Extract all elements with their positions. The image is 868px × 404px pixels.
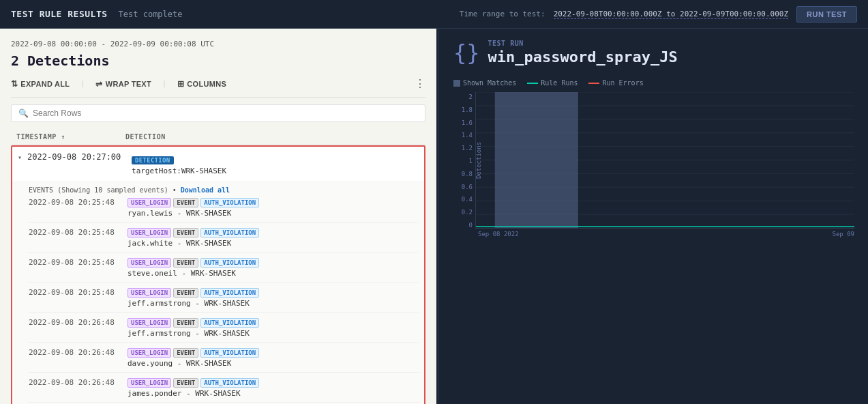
user-login-badge: USER_LOGIN — [128, 348, 171, 358]
legend-run-errors: Run Errors — [588, 79, 643, 87]
more-options-icon[interactable]: ⋮ — [415, 77, 425, 90]
auth-violation-badge: AUTH_VIOLATION — [200, 318, 259, 328]
legend-line-teal-icon — [527, 83, 538, 84]
event-timestamp: 2022-09-08 20:25:48 — [29, 288, 121, 297]
run-test-button[interactable]: RUN TEST — [796, 6, 857, 23]
auth-violation-badge: AUTH_VIOLATION — [200, 348, 259, 358]
event-badges: USER_LOGINEVENTAUTH_VIOLATION — [128, 288, 419, 298]
detections-count: 2 Detections — [11, 53, 425, 69]
table-header: TIMESTAMP ↑ DETECTION — [11, 129, 425, 145]
page-title: TEST RULE RESULTS — [11, 9, 108, 19]
search-input[interactable] — [33, 109, 418, 118]
event-badge: EVENT — [173, 318, 198, 328]
event-description: jeff.armstrong - WRK-SHASEK — [128, 329, 419, 338]
test-run-label: TEST RUN — [488, 40, 678, 47]
chart-plot-area: Detections — [475, 92, 854, 229]
event-content: USER_LOGINEVENTAUTH_VIOLATIONjeff.armstr… — [128, 288, 419, 308]
columns-button[interactable]: ⊞ COLUMNS — [177, 79, 226, 89]
y-axis-label: Detections — [475, 142, 482, 179]
chart-bar — [495, 92, 578, 228]
y-tick-0-2: 0.2 — [462, 209, 473, 216]
user-login-badge: USER_LOGIN — [128, 318, 171, 328]
event-timestamp: 2022-09-08 20:25:48 — [29, 198, 121, 207]
user-login-badge: USER_LOGIN — [128, 198, 171, 207]
x-label-start: Sep 08 2022 — [478, 231, 519, 237]
top-bar-right: Time range to test: 2022-09-08T00:00:00.… — [460, 6, 857, 23]
y-tick-0-4: 0.4 — [462, 196, 473, 203]
event-badges: USER_LOGINEVENTAUTH_VIOLATION — [128, 198, 419, 207]
event-content: USER_LOGINEVENTAUTH_VIOLATIONsteve.oneil… — [128, 258, 419, 278]
chevron-down-icon[interactable]: ▾ — [18, 154, 22, 161]
event-badges: USER_LOGINEVENTAUTH_VIOLATION — [128, 318, 419, 328]
event-row: 2022-09-08 20:25:48USER_LOGINEVENTAUTH_V… — [29, 258, 419, 283]
event-timestamp: 2022-09-08 20:25:48 — [29, 258, 121, 267]
events-section: EVENTS (Showing 10 sampled events) • Dow… — [12, 181, 424, 404]
legend-rule-runs-label: Rule Runs — [541, 79, 578, 87]
event-description: jack.white - WRK-SHASEK — [128, 239, 419, 248]
chart-container: Shown Matches Rule Runs Run Errors 2 1.8… — [453, 79, 854, 393]
event-timestamp: 2022-09-08 20:26:48 — [29, 348, 121, 357]
chart-legend: Shown Matches Rule Runs Run Errors — [453, 79, 854, 87]
event-badge: EVENT — [173, 258, 198, 268]
events-header: EVENTS (Showing 10 sampled events) • Dow… — [29, 186, 419, 194]
y-tick-1-4: 1.4 — [462, 132, 473, 139]
time-range-value: 2022-09-08T00:00:00.000Z to 2022-09-09T0… — [554, 10, 788, 19]
user-login-badge: USER_LOGIN — [128, 258, 171, 268]
event-content: USER_LOGINEVENTAUTH_VIOLATIONryan.lewis … — [128, 198, 419, 218]
event-badge: EVENT — [173, 228, 198, 237]
y-tick-0-6: 0.6 — [462, 184, 473, 190]
test-run-header: {} TEST RUN win_password_spray_JS — [453, 40, 854, 66]
wrap-icon: ⇌ — [95, 79, 102, 89]
wrap-text-button[interactable]: ⇌ WRAP TEXT — [95, 79, 151, 89]
user-login-badge: USER_LOGIN — [128, 378, 171, 388]
y-tick-1-6: 1.6 — [462, 119, 473, 126]
chart-with-axis: 2 1.8 1.6 1.4 1.2 1 0.8 0.6 0.4 0.2 0 De… — [453, 92, 854, 229]
toolbar-sep-2: | — [162, 80, 166, 87]
expand-all-button[interactable]: ⇅ EXPAND ALL — [11, 79, 70, 89]
event-badge: EVENT — [173, 198, 198, 207]
legend-run-errors-label: Run Errors — [602, 79, 643, 87]
events-header-text: EVENTS (Showing 10 sampled events) • — [29, 186, 177, 194]
event-row: 2022-09-08 20:26:48USER_LOGINEVENTAUTH_V… — [29, 348, 419, 373]
auth-violation-badge: AUTH_VIOLATION — [200, 198, 259, 207]
toolbar-sep-1: | — [80, 80, 85, 87]
y-tick-1-8: 1.8 — [462, 106, 473, 113]
auth-violation-badge: AUTH_VIOLATION — [200, 228, 259, 237]
event-description: james.ponder - WRK-SHASEK — [128, 389, 419, 398]
x-axis-labels: Sep 08 2022 Sep 09 — [478, 231, 854, 237]
legend-shown-matches-label: Shown Matches — [463, 79, 516, 87]
columns-label: COLUMNS — [187, 80, 226, 88]
col-detection-header: DETECTION — [125, 133, 420, 141]
date-range: 2022-09-08 00:00:00 - 2022-09-09 00:00:0… — [11, 40, 425, 48]
event-row: 2022-09-08 20:25:48USER_LOGINEVENTAUTH_V… — [29, 288, 419, 313]
panel-divider — [438, 29, 438, 404]
event-badges: USER_LOGINEVENTAUTH_VIOLATION — [128, 228, 419, 237]
search-row: 🔍 — [11, 104, 425, 122]
event-content: USER_LOGINEVENTAUTH_VIOLATIONjack.white … — [128, 228, 419, 248]
x-label-end: Sep 09 — [832, 231, 854, 237]
top-bar-left: TEST RULE RESULTS Test complete — [11, 9, 182, 19]
search-icon: 🔍 — [18, 109, 29, 118]
event-badge: EVENT — [173, 288, 198, 298]
detection-content: DETECTION targetHost:WRK-SHASEK — [132, 152, 419, 175]
event-description: ryan.lewis - WRK-SHASEK — [128, 209, 419, 218]
download-all-link[interactable]: Download all — [181, 186, 230, 194]
expand-icon: ⇅ — [11, 79, 18, 89]
auth-violation-badge: AUTH_VIOLATION — [200, 378, 259, 388]
event-description: dave.young - WRK-SHASEK — [128, 359, 419, 368]
event-content: USER_LOGINEVENTAUTH_VIOLATIONjames.ponde… — [128, 378, 419, 398]
event-badges: USER_LOGINEVENTAUTH_VIOLATION — [128, 258, 419, 268]
event-description: jeff.armstrong - WRK-SHASEK — [128, 299, 419, 308]
detection-timestamp: 2022-09-08 20:27:00 — [27, 152, 126, 162]
event-row: 2022-09-08 20:26:48USER_LOGINEVENTAUTH_V… — [29, 378, 419, 403]
columns-icon: ⊞ — [177, 79, 184, 89]
detection-row: ▾ 2022-09-08 20:27:00 DETECTION targetHo… — [11, 145, 425, 404]
left-panel: 2022-09-08 00:00:00 - 2022-09-09 00:00:0… — [0, 29, 436, 404]
detection-badge: DETECTION — [132, 156, 173, 164]
chart-svg — [475, 92, 854, 229]
y-tick-1: 1 — [469, 158, 473, 164]
y-axis: 2 1.8 1.6 1.4 1.2 1 0.8 0.6 0.4 0.2 0 — [453, 92, 475, 229]
user-login-badge: USER_LOGIN — [128, 228, 171, 237]
event-badges: USER_LOGINEVENTAUTH_VIOLATION — [128, 348, 419, 358]
main-content: 2022-09-08 00:00:00 - 2022-09-09 00:00:0… — [0, 29, 868, 404]
